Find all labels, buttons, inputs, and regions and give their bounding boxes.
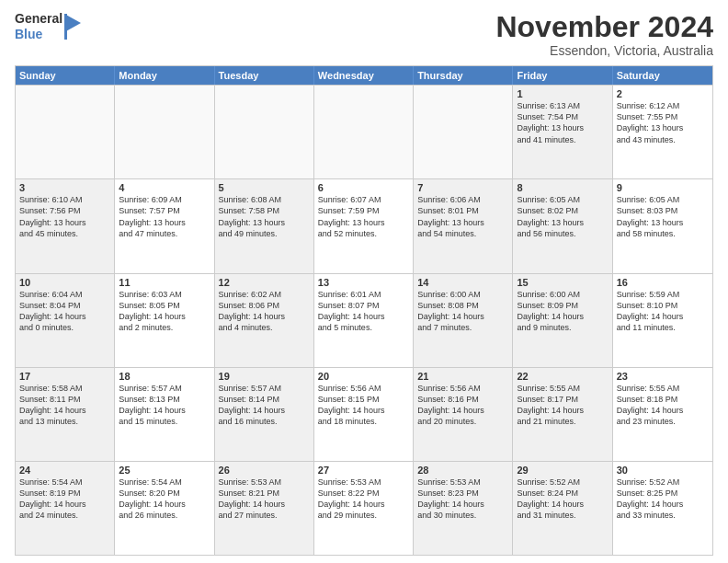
page: General Blue November 2024 Essendon, Vic… <box>0 0 728 563</box>
day-header-thursday: Thursday <box>414 66 513 85</box>
calendar: SundayMondayTuesdayWednesdayThursdayFrid… <box>15 65 713 556</box>
logo-general: General <box>15 11 63 26</box>
day-info: Sunrise: 5:52 AM Sunset: 8:25 PM Dayligh… <box>617 477 709 522</box>
day-cell-empty-1 <box>115 86 214 178</box>
day-header-tuesday: Tuesday <box>215 66 314 85</box>
day-number: 3 <box>19 182 110 193</box>
day-cell-6: 6Sunrise: 6:07 AM Sunset: 7:59 PM Daylig… <box>314 179 414 272</box>
day-cell-16: 16Sunrise: 5:59 AM Sunset: 8:10 PM Dayli… <box>613 274 712 367</box>
day-info: Sunrise: 6:05 AM Sunset: 8:03 PM Dayligh… <box>617 194 709 239</box>
day-info: Sunrise: 5:56 AM Sunset: 8:16 PM Dayligh… <box>417 383 508 428</box>
day-cell-23: 23Sunrise: 5:55 AM Sunset: 8:18 PM Dayli… <box>613 368 712 461</box>
day-info: Sunrise: 6:06 AM Sunset: 8:01 PM Dayligh… <box>417 194 508 239</box>
day-cell-29: 29Sunrise: 5:52 AM Sunset: 8:24 PM Dayli… <box>513 462 612 555</box>
day-cell-26: 26Sunrise: 5:53 AM Sunset: 8:21 PM Dayli… <box>215 462 314 555</box>
day-number: 11 <box>119 277 210 288</box>
day-cell-empty-0 <box>16 86 115 178</box>
day-cell-28: 28Sunrise: 5:53 AM Sunset: 8:23 PM Dayli… <box>414 462 513 555</box>
day-number: 2 <box>617 88 709 99</box>
week-row-2: 3Sunrise: 6:10 AM Sunset: 7:56 PM Daylig… <box>16 178 712 272</box>
day-info: Sunrise: 6:05 AM Sunset: 8:02 PM Dayligh… <box>517 194 608 239</box>
logo-chevron-icon <box>64 14 83 40</box>
day-info: Sunrise: 6:09 AM Sunset: 7:57 PM Dayligh… <box>119 194 210 239</box>
day-number: 17 <box>19 371 110 382</box>
day-info: Sunrise: 6:13 AM Sunset: 7:54 PM Dayligh… <box>517 100 608 145</box>
logo-blue: Blue <box>15 27 42 41</box>
day-header-sunday: Sunday <box>16 66 115 85</box>
svg-rect-1 <box>64 14 67 40</box>
day-info: Sunrise: 6:04 AM Sunset: 8:04 PM Dayligh… <box>19 289 110 334</box>
day-number: 18 <box>119 371 210 382</box>
day-cell-15: 15Sunrise: 6:00 AM Sunset: 8:09 PM Dayli… <box>513 274 612 367</box>
day-info: Sunrise: 5:57 AM Sunset: 8:13 PM Dayligh… <box>119 383 210 428</box>
day-number: 28 <box>417 465 508 476</box>
day-number: 12 <box>219 277 310 288</box>
day-number: 27 <box>318 465 409 476</box>
day-info: Sunrise: 5:55 AM Sunset: 8:17 PM Dayligh… <box>517 383 608 428</box>
day-cell-27: 27Sunrise: 5:53 AM Sunset: 8:22 PM Dayli… <box>314 462 414 555</box>
day-cell-13: 13Sunrise: 6:01 AM Sunset: 8:07 PM Dayli… <box>314 274 414 367</box>
day-number: 8 <box>517 182 608 193</box>
day-cell-10: 10Sunrise: 6:04 AM Sunset: 8:04 PM Dayli… <box>16 274 115 367</box>
day-info: Sunrise: 6:07 AM Sunset: 7:59 PM Dayligh… <box>318 194 409 239</box>
week-row-4: 17Sunrise: 5:58 AM Sunset: 8:11 PM Dayli… <box>16 367 712 461</box>
day-number: 4 <box>119 182 210 193</box>
day-cell-14: 14Sunrise: 6:00 AM Sunset: 8:08 PM Dayli… <box>414 274 513 367</box>
day-number: 26 <box>219 465 310 476</box>
day-info: Sunrise: 6:00 AM Sunset: 8:09 PM Dayligh… <box>517 289 608 334</box>
day-info: Sunrise: 5:57 AM Sunset: 8:14 PM Dayligh… <box>219 383 310 428</box>
day-number: 6 <box>318 182 409 193</box>
day-cell-22: 22Sunrise: 5:55 AM Sunset: 8:17 PM Dayli… <box>513 368 612 461</box>
logo: General Blue <box>15 11 83 42</box>
day-cell-12: 12Sunrise: 6:02 AM Sunset: 8:06 PM Dayli… <box>215 274 314 367</box>
week-row-1: 1Sunrise: 6:13 AM Sunset: 7:54 PM Daylig… <box>16 85 712 178</box>
day-cell-empty-4 <box>414 86 513 178</box>
day-header-saturday: Saturday <box>613 66 712 85</box>
day-cell-19: 19Sunrise: 5:57 AM Sunset: 8:14 PM Dayli… <box>215 368 314 461</box>
day-info: Sunrise: 5:52 AM Sunset: 8:24 PM Dayligh… <box>517 477 608 522</box>
day-cell-1: 1Sunrise: 6:13 AM Sunset: 7:54 PM Daylig… <box>513 86 612 178</box>
day-cell-20: 20Sunrise: 5:56 AM Sunset: 8:15 PM Dayli… <box>314 368 414 461</box>
day-number: 14 <box>417 277 508 288</box>
day-cell-2: 2Sunrise: 6:12 AM Sunset: 7:55 PM Daylig… <box>613 86 712 178</box>
day-header-monday: Monday <box>115 66 214 85</box>
day-info: Sunrise: 6:03 AM Sunset: 8:05 PM Dayligh… <box>119 289 210 334</box>
day-info: Sunrise: 6:01 AM Sunset: 8:07 PM Dayligh… <box>318 289 409 334</box>
day-cell-7: 7Sunrise: 6:06 AM Sunset: 8:01 PM Daylig… <box>414 179 513 272</box>
day-cell-21: 21Sunrise: 5:56 AM Sunset: 8:16 PM Dayli… <box>414 368 513 461</box>
day-info: Sunrise: 5:56 AM Sunset: 8:15 PM Dayligh… <box>318 383 409 428</box>
day-number: 23 <box>617 371 709 382</box>
day-cell-18: 18Sunrise: 5:57 AM Sunset: 8:13 PM Dayli… <box>115 368 214 461</box>
day-number: 29 <box>517 465 608 476</box>
day-number: 7 <box>417 182 508 193</box>
day-cell-5: 5Sunrise: 6:08 AM Sunset: 7:58 PM Daylig… <box>215 179 314 272</box>
day-number: 20 <box>318 371 409 382</box>
day-info: Sunrise: 5:54 AM Sunset: 8:19 PM Dayligh… <box>19 477 110 522</box>
day-cell-empty-2 <box>215 86 314 178</box>
week-row-5: 24Sunrise: 5:54 AM Sunset: 8:19 PM Dayli… <box>16 461 712 555</box>
day-cell-8: 8Sunrise: 6:05 AM Sunset: 8:02 PM Daylig… <box>513 179 612 272</box>
day-cell-4: 4Sunrise: 6:09 AM Sunset: 7:57 PM Daylig… <box>115 179 214 272</box>
month-title: November 2024 <box>495 11 713 43</box>
day-info: Sunrise: 5:59 AM Sunset: 8:10 PM Dayligh… <box>617 289 709 334</box>
day-info: Sunrise: 5:53 AM Sunset: 8:23 PM Dayligh… <box>417 477 508 522</box>
day-cell-11: 11Sunrise: 6:03 AM Sunset: 8:05 PM Dayli… <box>115 274 214 367</box>
header: General Blue November 2024 Essendon, Vic… <box>15 11 713 58</box>
week-row-3: 10Sunrise: 6:04 AM Sunset: 8:04 PM Dayli… <box>16 273 712 367</box>
day-cell-30: 30Sunrise: 5:52 AM Sunset: 8:25 PM Dayli… <box>613 462 712 555</box>
day-info: Sunrise: 5:53 AM Sunset: 8:22 PM Dayligh… <box>318 477 409 522</box>
day-cell-3: 3Sunrise: 6:10 AM Sunset: 7:56 PM Daylig… <box>16 179 115 272</box>
day-info: Sunrise: 6:12 AM Sunset: 7:55 PM Dayligh… <box>617 100 709 145</box>
day-info: Sunrise: 6:10 AM Sunset: 7:56 PM Dayligh… <box>19 194 110 239</box>
day-info: Sunrise: 6:08 AM Sunset: 7:58 PM Dayligh… <box>219 194 310 239</box>
day-info: Sunrise: 5:58 AM Sunset: 8:11 PM Dayligh… <box>19 383 110 428</box>
logo-container: General Blue <box>15 11 83 42</box>
day-number: 1 <box>517 88 608 99</box>
day-info: Sunrise: 5:54 AM Sunset: 8:20 PM Dayligh… <box>119 477 210 522</box>
day-number: 13 <box>318 277 409 288</box>
day-number: 22 <box>517 371 608 382</box>
day-number: 16 <box>617 277 709 288</box>
day-cell-24: 24Sunrise: 5:54 AM Sunset: 8:19 PM Dayli… <box>16 462 115 555</box>
day-header-friday: Friday <box>513 66 612 85</box>
day-cell-25: 25Sunrise: 5:54 AM Sunset: 8:20 PM Dayli… <box>115 462 214 555</box>
